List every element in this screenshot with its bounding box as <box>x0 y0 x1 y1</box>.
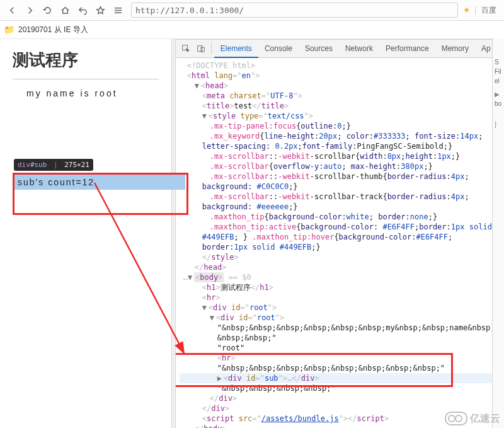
devtools-tabs: Elements Console Sources Network Perform… <box>176 40 504 58</box>
css-rule[interactable]: .mx-scrollbar::-webkit-scrollbar{width:8… <box>180 151 504 161</box>
dom-html[interactable]: <html lang="en"> <box>180 71 504 81</box>
undo-nav-button[interactable] <box>74 2 91 18</box>
watermark: 亿速云 <box>445 412 500 425</box>
dom-hr-inner[interactable]: <hr> <box>180 353 504 363</box>
dom-div-sub[interactable]: ▶<div id="sub">…</div> <box>180 373 504 383</box>
svg-rect-1 <box>198 46 202 52</box>
css-rule[interactable]: .mx-scrollbar::-webkit-scrollbar-track{b… <box>180 192 504 202</box>
tab-separator <box>211 43 212 54</box>
dom-doctype[interactable]: <!DOCTYPE html> <box>180 61 504 71</box>
dom-text[interactable]: &nbsp;&nbsp;" <box>180 333 504 343</box>
url-text: http://127.0.0.1:3000/ <box>135 6 244 15</box>
css-rule[interactable]: letter-spacing: 0.2px;font-family:PingFa… <box>180 141 504 151</box>
tab-memory[interactable]: Memory <box>435 40 475 57</box>
css-rule[interactable]: border:1px solid #449EFB;} <box>180 242 504 252</box>
css-rule[interactable]: background: #C0C0C0;} <box>180 182 504 192</box>
menu-button[interactable] <box>110 2 126 18</box>
side-item[interactable]: S <box>493 57 504 67</box>
dom-head[interactable]: ▼<head> <box>180 81 504 91</box>
dom-title[interactable]: <title>test</title> <box>180 101 504 111</box>
dom-hr[interactable]: <hr> <box>180 292 504 303</box>
side-item[interactable]: bo <box>493 99 504 108</box>
dom-text[interactable]: "&nbsp;&nbsp;&nbsp;&nbsp;&nbsp;&nbsp;my&… <box>180 323 504 333</box>
side-item[interactable]: el <box>493 76 504 86</box>
home-button[interactable] <box>57 2 73 18</box>
devtools-panel: Elements Console Sources Network Perform… <box>176 39 504 428</box>
side-item[interactable]: Fil <box>493 67 504 76</box>
devtools-sidepanel: S Fil el ▶ bo } <box>492 38 504 428</box>
css-rule[interactable]: .mx-tip-panel:focus{outline:0;} <box>180 121 504 131</box>
css-rule[interactable]: .mx_keyword{line-height:20px; color:#333… <box>180 131 504 141</box>
dom-body[interactable]: …▼<body> == $0 <box>180 272 504 282</box>
css-rule[interactable]: #449EFB; } .maxthon_tip:hover{background… <box>180 232 504 242</box>
search-engine-label[interactable]: 百度 <box>481 5 496 16</box>
css-rule[interactable]: background: #eeeeee;} <box>180 202 504 212</box>
devtools-splitter[interactable] <box>171 39 176 428</box>
tooltip-size: 275×21 <box>64 161 89 169</box>
css-rule[interactable]: .maxthon_tip{background-color:white; bor… <box>180 212 504 222</box>
device-icon[interactable] <box>193 41 209 56</box>
forward-button[interactable] <box>21 2 38 18</box>
tab-sources[interactable]: Sources <box>299 40 339 57</box>
dom-div-close[interactable]: </div> <box>180 393 504 403</box>
page-title: 测试程序 <box>13 49 159 71</box>
tab-network[interactable]: Network <box>339 40 379 57</box>
toolbar-divider: | <box>474 6 476 14</box>
dom-meta[interactable]: <meta charset="UTF-8"> <box>180 91 504 101</box>
browser-toolbar: http://127.0.0.1:3000/ ✴ | 百度 <box>0 0 504 21</box>
css-rule[interactable]: .mx-scrollbar{overflow-y:auto; max-heigh… <box>180 161 504 171</box>
annotation-box-page <box>13 173 188 215</box>
tab-console[interactable]: Console <box>258 40 299 57</box>
dom-tree[interactable]: <!DOCTYPE html> <html lang="en"> ▼<head>… <box>176 58 504 428</box>
root-text: my name is root <box>26 88 159 98</box>
star-button[interactable] <box>92 2 108 18</box>
extension-icon[interactable]: ✴ <box>463 5 471 15</box>
tooltip-selector: divdiv#sub#sub <box>18 161 47 169</box>
back-button[interactable] <box>4 2 20 18</box>
bookmarks-bar: 📁 20190701 从 IE 导入 <box>0 21 504 39</box>
dom-head-close[interactable]: </head> <box>180 262 504 272</box>
dom-text[interactable]: "&nbsp;&nbsp;&nbsp;&nbsp;" <box>180 383 504 393</box>
folder-icon: 📁 <box>4 25 14 35</box>
rendered-page: 测试程序 my name is root divdiv#sub#sub | 27… <box>0 39 171 428</box>
page-hr <box>13 79 159 79</box>
bookmark-folder[interactable]: 20190701 从 IE 导入 <box>18 25 88 35</box>
tab-elements[interactable]: Elements <box>214 40 258 58</box>
dom-div-root[interactable]: ▼<div id="root"> <box>180 303 504 313</box>
css-rule[interactable]: .mx-scrollbar::-webkit-scrollbar-thumb{b… <box>180 171 504 182</box>
address-bar[interactable]: http://127.0.0.1:3000/ <box>131 3 458 18</box>
inspect-icon[interactable] <box>178 41 193 56</box>
dom-h1[interactable]: <h1>测试程序</h1> <box>180 282 504 292</box>
dom-div-root-inner[interactable]: ▼<div id="root"> <box>180 313 504 323</box>
dom-text[interactable]: "&nbsp;&nbsp;&nbsp;&nbsp;&nbsp;&nbsp;&nb… <box>180 363 504 373</box>
tab-performance[interactable]: Performance <box>379 40 435 57</box>
dom-style-close[interactable]: </style> <box>180 252 504 262</box>
inspect-tooltip: divdiv#sub#sub | 275×21 <box>14 159 93 171</box>
dom-style[interactable]: ▼<style type="text/css"> <box>180 111 504 121</box>
dom-text[interactable]: "root" <box>180 343 504 353</box>
css-rule[interactable]: .maxthon_tip:active{background-color: #E… <box>180 222 504 232</box>
reload-button[interactable] <box>39 2 55 18</box>
